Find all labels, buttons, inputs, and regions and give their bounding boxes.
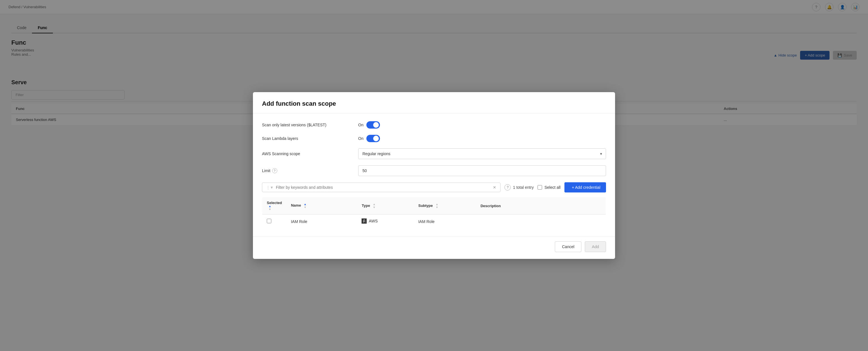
filter-input[interactable]: [276, 185, 491, 189]
modal-dialog: Add function scan scope Scan only latest…: [253, 92, 615, 259]
sort-up-active-icon: ▲: [304, 203, 307, 206]
sort-down-subtype: ▼: [435, 206, 438, 209]
th-name: Name ▲ ▼: [286, 197, 357, 214]
cred-table-header-row: Selected ▲ ▼ Name ▲ ▼ Ty: [262, 197, 606, 214]
scan-latest-toggle[interactable]: [366, 121, 380, 129]
limit-input[interactable]: [358, 165, 606, 176]
modal-body: Scan only latest versions ($LATEST) On S…: [253, 113, 615, 237]
cred-table-head: Selected ▲ ▼ Name ▲ ▼ Ty: [262, 197, 606, 214]
th-subtype-label: Subtype: [418, 203, 433, 207]
sort-icons-name[interactable]: ▲ ▼: [304, 203, 307, 209]
scan-lambda-on-label: On: [358, 136, 364, 141]
aws-scope-row: AWS Scanning scope Regular regions GovCl…: [262, 148, 606, 159]
limit-row: Limit ?: [262, 165, 606, 176]
scan-lambda-toggle-wrap: On: [358, 135, 606, 142]
scan-latest-label: Scan only latest versions ($LATEST): [262, 122, 358, 127]
td-type: 🅰 AWS: [357, 214, 414, 229]
scan-lambda-toggle[interactable]: [366, 135, 380, 142]
th-selected: Selected ▲ ▼: [262, 197, 287, 214]
sort-icons-selected[interactable]: ▲ ▼: [269, 205, 271, 211]
sort-down-type: ▼: [373, 206, 376, 209]
sort-down-icon-name: ▼: [304, 206, 307, 209]
td-subtype-text: IAM Role: [418, 219, 435, 224]
sort-down-icon: ▼: [269, 208, 271, 211]
limit-control: [358, 165, 606, 176]
scan-latest-slider: [366, 121, 380, 129]
scan-lambda-label-text: Scan Lambda layers: [262, 136, 298, 141]
scan-latest-toggle-wrap: On: [358, 121, 606, 129]
add-credential-button[interactable]: + Add credential: [564, 182, 606, 192]
add-button[interactable]: Add: [585, 241, 606, 252]
cred-table-body: IAM Role 🅰 AWS IAM Role: [262, 214, 606, 229]
select-all-checkbox[interactable]: [537, 185, 542, 189]
filter-meta-help-icon[interactable]: ?: [504, 184, 511, 190]
modal-header: Add function scan scope: [253, 92, 615, 113]
scan-lambda-row: Scan Lambda layers On: [262, 135, 606, 142]
sort-icons-subtype[interactable]: ▲ ▼: [435, 203, 438, 209]
th-description-label: Description: [480, 204, 501, 208]
th-selected-label: Selected: [267, 201, 282, 205]
modal-footer: Cancel Add: [253, 237, 615, 259]
aws-scope-label-text: AWS Scanning scope: [262, 151, 300, 156]
filter-input-wrap: ⋮▼ ✕: [262, 182, 500, 192]
sort-icons-type[interactable]: ▲ ▼: [373, 203, 376, 209]
aws-scope-select-wrap: Regular regions GovCloud regions China r…: [358, 148, 606, 159]
limit-label-text: Limit: [262, 169, 271, 173]
limit-help-icon[interactable]: ?: [272, 168, 277, 173]
scan-latest-on-label: On: [358, 122, 364, 127]
aws-scope-select[interactable]: Regular regions GovCloud regions China r…: [358, 148, 606, 159]
cancel-button[interactable]: Cancel: [555, 241, 581, 252]
table-row: IAM Role 🅰 AWS IAM Role: [262, 214, 606, 229]
td-type-text: AWS: [369, 219, 378, 223]
td-subtype: IAM Role: [414, 214, 476, 229]
scan-lambda-control: On: [358, 135, 606, 142]
th-type-label: Type: [362, 203, 370, 207]
select-all-wrap: Select all: [537, 185, 560, 189]
aws-scope-label: AWS Scanning scope: [262, 151, 358, 156]
row-select-checkbox[interactable]: [267, 219, 271, 223]
credentials-table: Selected ▲ ▼ Name ▲ ▼ Ty: [262, 197, 606, 229]
td-name: IAM Role: [286, 214, 357, 229]
td-selected: [262, 214, 287, 229]
add-credential-label: + Add credential: [572, 185, 600, 189]
th-name-label: Name: [291, 203, 301, 207]
scan-latest-row: Scan only latest versions ($LATEST) On: [262, 121, 606, 129]
filter-funnel-icon: ⋮▼: [266, 185, 274, 189]
sort-up-subtype: ▲: [435, 203, 438, 206]
scan-latest-control: On: [358, 121, 606, 129]
modal-title: Add function scan scope: [262, 100, 606, 107]
sort-up-icon: ▲: [269, 205, 271, 208]
filter-meta: ? 1 total entry: [504, 184, 534, 190]
td-description: [476, 214, 606, 229]
aws-scope-control: Regular regions GovCloud regions China r…: [358, 148, 606, 159]
scan-lambda-slider: [366, 135, 380, 142]
filter-entry-count: 1 total entry: [513, 185, 534, 189]
select-all-label[interactable]: Select all: [544, 185, 560, 189]
filter-bar: ⋮▼ ✕ ? 1 total entry Select all + Add cr…: [262, 182, 606, 192]
filter-clear-icon[interactable]: ✕: [493, 185, 496, 189]
scan-latest-label-text: Scan only latest versions ($LATEST): [262, 122, 327, 127]
limit-label: Limit ?: [262, 168, 358, 173]
th-description: Description: [476, 197, 606, 214]
scan-lambda-label: Scan Lambda layers: [262, 136, 358, 141]
th-type: Type ▲ ▼: [357, 197, 414, 214]
sort-up-type: ▲: [373, 203, 376, 206]
td-name-text: IAM Role: [291, 219, 307, 224]
th-subtype: Subtype ▲ ▼: [414, 197, 476, 214]
aws-logo-icon: 🅰: [362, 218, 367, 224]
